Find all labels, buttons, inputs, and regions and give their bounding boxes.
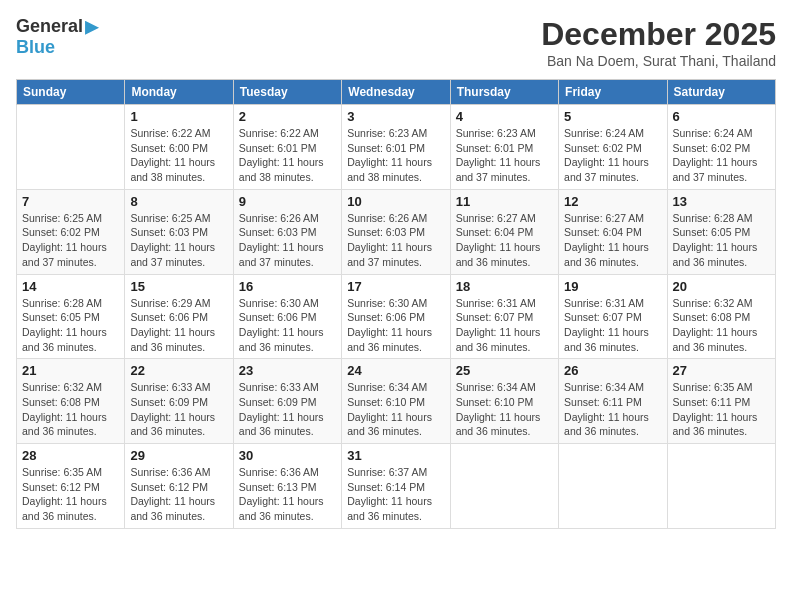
day-number: 13 [673, 194, 770, 209]
day-number: 20 [673, 279, 770, 294]
day-number: 30 [239, 448, 336, 463]
calendar-cell: 9Sunrise: 6:26 AM Sunset: 6:03 PM Daylig… [233, 189, 341, 274]
calendar-day-header: Wednesday [342, 80, 450, 105]
calendar-cell: 5Sunrise: 6:24 AM Sunset: 6:02 PM Daylig… [559, 105, 667, 190]
calendar-cell: 20Sunrise: 6:32 AM Sunset: 6:08 PM Dayli… [667, 274, 775, 359]
calendar-week-row: 28Sunrise: 6:35 AM Sunset: 6:12 PM Dayli… [17, 444, 776, 529]
day-number: 1 [130, 109, 227, 124]
calendar-cell: 6Sunrise: 6:24 AM Sunset: 6:02 PM Daylig… [667, 105, 775, 190]
day-info: Sunrise: 6:22 AM Sunset: 6:01 PM Dayligh… [239, 126, 336, 185]
calendar-cell: 13Sunrise: 6:28 AM Sunset: 6:05 PM Dayli… [667, 189, 775, 274]
calendar-cell: 18Sunrise: 6:31 AM Sunset: 6:07 PM Dayli… [450, 274, 558, 359]
day-info: Sunrise: 6:32 AM Sunset: 6:08 PM Dayligh… [673, 296, 770, 355]
calendar-cell [17, 105, 125, 190]
day-info: Sunrise: 6:27 AM Sunset: 6:04 PM Dayligh… [456, 211, 553, 270]
calendar-cell: 28Sunrise: 6:35 AM Sunset: 6:12 PM Dayli… [17, 444, 125, 529]
day-info: Sunrise: 6:24 AM Sunset: 6:02 PM Dayligh… [564, 126, 661, 185]
calendar-cell: 8Sunrise: 6:25 AM Sunset: 6:03 PM Daylig… [125, 189, 233, 274]
calendar-cell: 31Sunrise: 6:37 AM Sunset: 6:14 PM Dayli… [342, 444, 450, 529]
logo: General Blue [16, 16, 99, 58]
day-number: 5 [564, 109, 661, 124]
calendar-cell: 24Sunrise: 6:34 AM Sunset: 6:10 PM Dayli… [342, 359, 450, 444]
month-title: December 2025 [541, 16, 776, 53]
title-block: December 2025 Ban Na Doem, Surat Thani, … [541, 16, 776, 69]
location-subtitle: Ban Na Doem, Surat Thani, Thailand [541, 53, 776, 69]
day-number: 15 [130, 279, 227, 294]
day-number: 25 [456, 363, 553, 378]
day-info: Sunrise: 6:34 AM Sunset: 6:10 PM Dayligh… [347, 380, 444, 439]
day-number: 16 [239, 279, 336, 294]
logo-blue-text: Blue [16, 37, 55, 58]
calendar-day-header: Thursday [450, 80, 558, 105]
day-info: Sunrise: 6:25 AM Sunset: 6:02 PM Dayligh… [22, 211, 119, 270]
day-number: 7 [22, 194, 119, 209]
logo-icon [85, 21, 99, 35]
calendar-cell: 27Sunrise: 6:35 AM Sunset: 6:11 PM Dayli… [667, 359, 775, 444]
calendar-week-row: 7Sunrise: 6:25 AM Sunset: 6:02 PM Daylig… [17, 189, 776, 274]
day-info: Sunrise: 6:32 AM Sunset: 6:08 PM Dayligh… [22, 380, 119, 439]
calendar-cell [559, 444, 667, 529]
day-number: 18 [456, 279, 553, 294]
day-info: Sunrise: 6:28 AM Sunset: 6:05 PM Dayligh… [673, 211, 770, 270]
calendar-cell: 3Sunrise: 6:23 AM Sunset: 6:01 PM Daylig… [342, 105, 450, 190]
day-number: 14 [22, 279, 119, 294]
day-number: 22 [130, 363, 227, 378]
calendar-cell: 14Sunrise: 6:28 AM Sunset: 6:05 PM Dayli… [17, 274, 125, 359]
calendar-cell: 25Sunrise: 6:34 AM Sunset: 6:10 PM Dayli… [450, 359, 558, 444]
day-info: Sunrise: 6:25 AM Sunset: 6:03 PM Dayligh… [130, 211, 227, 270]
calendar-header-row: SundayMondayTuesdayWednesdayThursdayFrid… [17, 80, 776, 105]
calendar-cell: 4Sunrise: 6:23 AM Sunset: 6:01 PM Daylig… [450, 105, 558, 190]
day-info: Sunrise: 6:30 AM Sunset: 6:06 PM Dayligh… [239, 296, 336, 355]
calendar-cell: 16Sunrise: 6:30 AM Sunset: 6:06 PM Dayli… [233, 274, 341, 359]
day-info: Sunrise: 6:26 AM Sunset: 6:03 PM Dayligh… [239, 211, 336, 270]
calendar-day-header: Tuesday [233, 80, 341, 105]
page-header: General Blue December 2025 Ban Na Doem, … [16, 16, 776, 69]
calendar-cell: 29Sunrise: 6:36 AM Sunset: 6:12 PM Dayli… [125, 444, 233, 529]
day-number: 4 [456, 109, 553, 124]
day-info: Sunrise: 6:36 AM Sunset: 6:13 PM Dayligh… [239, 465, 336, 524]
calendar-cell: 23Sunrise: 6:33 AM Sunset: 6:09 PM Dayli… [233, 359, 341, 444]
calendar-cell [450, 444, 558, 529]
calendar-table: SundayMondayTuesdayWednesdayThursdayFrid… [16, 79, 776, 529]
calendar-cell: 12Sunrise: 6:27 AM Sunset: 6:04 PM Dayli… [559, 189, 667, 274]
day-info: Sunrise: 6:24 AM Sunset: 6:02 PM Dayligh… [673, 126, 770, 185]
calendar-day-header: Friday [559, 80, 667, 105]
calendar-cell: 17Sunrise: 6:30 AM Sunset: 6:06 PM Dayli… [342, 274, 450, 359]
day-info: Sunrise: 6:23 AM Sunset: 6:01 PM Dayligh… [347, 126, 444, 185]
calendar-day-header: Sunday [17, 80, 125, 105]
day-info: Sunrise: 6:37 AM Sunset: 6:14 PM Dayligh… [347, 465, 444, 524]
calendar-cell [667, 444, 775, 529]
day-number: 31 [347, 448, 444, 463]
day-number: 6 [673, 109, 770, 124]
day-number: 24 [347, 363, 444, 378]
day-number: 11 [456, 194, 553, 209]
day-number: 23 [239, 363, 336, 378]
calendar-cell: 15Sunrise: 6:29 AM Sunset: 6:06 PM Dayli… [125, 274, 233, 359]
day-number: 26 [564, 363, 661, 378]
day-number: 19 [564, 279, 661, 294]
day-info: Sunrise: 6:22 AM Sunset: 6:00 PM Dayligh… [130, 126, 227, 185]
calendar-week-row: 21Sunrise: 6:32 AM Sunset: 6:08 PM Dayli… [17, 359, 776, 444]
calendar-cell: 26Sunrise: 6:34 AM Sunset: 6:11 PM Dayli… [559, 359, 667, 444]
calendar-cell: 2Sunrise: 6:22 AM Sunset: 6:01 PM Daylig… [233, 105, 341, 190]
day-info: Sunrise: 6:34 AM Sunset: 6:10 PM Dayligh… [456, 380, 553, 439]
calendar-cell: 22Sunrise: 6:33 AM Sunset: 6:09 PM Dayli… [125, 359, 233, 444]
day-info: Sunrise: 6:29 AM Sunset: 6:06 PM Dayligh… [130, 296, 227, 355]
calendar-cell: 10Sunrise: 6:26 AM Sunset: 6:03 PM Dayli… [342, 189, 450, 274]
calendar-day-header: Saturday [667, 80, 775, 105]
day-number: 3 [347, 109, 444, 124]
calendar-cell: 19Sunrise: 6:31 AM Sunset: 6:07 PM Dayli… [559, 274, 667, 359]
day-info: Sunrise: 6:31 AM Sunset: 6:07 PM Dayligh… [456, 296, 553, 355]
day-info: Sunrise: 6:28 AM Sunset: 6:05 PM Dayligh… [22, 296, 119, 355]
day-number: 17 [347, 279, 444, 294]
day-number: 12 [564, 194, 661, 209]
calendar-cell: 30Sunrise: 6:36 AM Sunset: 6:13 PM Dayli… [233, 444, 341, 529]
day-info: Sunrise: 6:33 AM Sunset: 6:09 PM Dayligh… [130, 380, 227, 439]
day-info: Sunrise: 6:27 AM Sunset: 6:04 PM Dayligh… [564, 211, 661, 270]
day-info: Sunrise: 6:26 AM Sunset: 6:03 PM Dayligh… [347, 211, 444, 270]
calendar-cell: 1Sunrise: 6:22 AM Sunset: 6:00 PM Daylig… [125, 105, 233, 190]
day-info: Sunrise: 6:31 AM Sunset: 6:07 PM Dayligh… [564, 296, 661, 355]
day-info: Sunrise: 6:34 AM Sunset: 6:11 PM Dayligh… [564, 380, 661, 439]
day-info: Sunrise: 6:36 AM Sunset: 6:12 PM Dayligh… [130, 465, 227, 524]
day-info: Sunrise: 6:23 AM Sunset: 6:01 PM Dayligh… [456, 126, 553, 185]
